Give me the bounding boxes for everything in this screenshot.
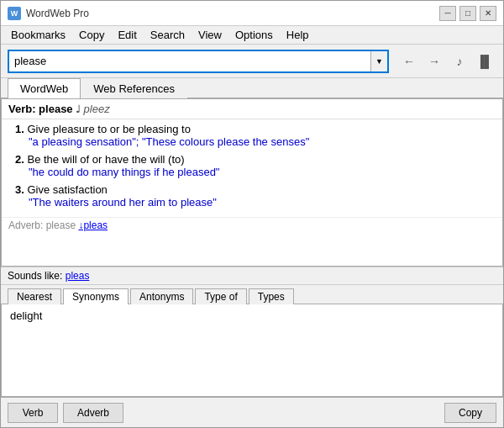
app-window: W WordWeb Pro ─ □ ✕ Bookmarks Copy Edit … xyxy=(0,0,504,428)
adverb-header-partial: Adverb: please ↓pleas xyxy=(2,217,502,233)
def-entry-1: 1. Give pleasure to or be pleasing to "a… xyxy=(15,123,496,148)
title-bar: W WordWeb Pro ─ □ ✕ xyxy=(1,1,503,26)
menu-copy[interactable]: Copy xyxy=(72,27,111,43)
menu-bar: Bookmarks Copy Edit Search View Options … xyxy=(1,26,503,45)
def-number-2: 2. xyxy=(15,153,24,166)
menu-view[interactable]: View xyxy=(192,27,228,43)
def-text-2: Be the will of or have the will (to) xyxy=(27,153,184,166)
def-word: Verb: please xyxy=(8,103,73,115)
def-number-1: 1. xyxy=(15,123,24,135)
window-title: WordWeb Pro xyxy=(26,8,439,19)
app-icon: W xyxy=(8,7,21,20)
menu-options[interactable]: Options xyxy=(228,27,280,43)
search-input[interactable] xyxy=(9,53,370,69)
def-text-1: Give pleasure to or be pleasing to xyxy=(27,123,190,135)
def-entry-3: 3. Give satisfaction "The waiters around… xyxy=(15,183,496,209)
tab-wordweb[interactable]: WordWeb xyxy=(8,78,81,98)
syn-tab-antonyms[interactable]: Antonyms xyxy=(130,288,193,304)
def-text-3: Give satisfaction xyxy=(27,183,107,196)
window-controls: ─ □ ✕ xyxy=(439,6,496,21)
definition-header: Verb: please ♩ pleez xyxy=(2,99,502,119)
status-bar: Verb Adverb Copy xyxy=(1,397,503,427)
back-button[interactable]: ← xyxy=(397,50,421,73)
audio-button[interactable]: ♪ xyxy=(448,50,471,73)
minimize-button[interactable]: ─ xyxy=(439,6,456,21)
definition-area: Verb: please ♩ pleez 1. Give pleasure to… xyxy=(1,98,503,267)
def-example-1: "a pleasing sensation"; "These colours p… xyxy=(15,135,496,148)
forward-button[interactable]: → xyxy=(423,50,446,73)
def-entry-2: 2. Be the will of or have the will (to) … xyxy=(15,153,496,178)
phonetic-text: pleez xyxy=(84,103,110,115)
synonym-content: delight xyxy=(1,304,503,397)
copy-button[interactable]: Copy xyxy=(444,403,496,423)
sounds-like-bar: Sounds like: pleas xyxy=(1,267,503,285)
main-tab-bar: WordWeb Web References xyxy=(1,78,503,98)
close-button[interactable]: ✕ xyxy=(480,6,496,21)
content-area: Verb: please ♩ pleez 1. Give pleasure to… xyxy=(1,98,503,397)
nav-buttons: ← → ♪ ▐▌ xyxy=(397,50,496,73)
def-example-3: "The waiters around her aim to please" xyxy=(15,196,496,209)
syn-tab-nearest[interactable]: Nearest xyxy=(8,288,61,304)
menu-bookmarks[interactable]: Bookmarks xyxy=(4,27,72,43)
adverb-phonetic-link[interactable]: ↓pleas xyxy=(78,219,108,231)
sounds-like-label: Sounds like: xyxy=(8,270,62,282)
synonym-word-0: delight xyxy=(10,309,42,322)
sounds-like-link[interactable]: pleas xyxy=(66,270,90,282)
syn-tab-types[interactable]: Types xyxy=(249,288,294,304)
syn-tab-synonyms[interactable]: Synonyms xyxy=(63,288,129,304)
def-number-3: 3. xyxy=(15,183,24,196)
definition-list: 1. Give pleasure to or be pleasing to "a… xyxy=(2,119,502,217)
phonetic-icon: ♩ xyxy=(76,103,83,115)
app-icon-letter: W xyxy=(11,9,18,18)
verb-button[interactable]: Verb xyxy=(8,403,58,423)
synonym-tab-bar: Nearest Synonyms Antonyms Type of Types xyxy=(1,285,503,304)
menu-search[interactable]: Search xyxy=(144,27,192,43)
tab-web-references[interactable]: Web References xyxy=(81,78,187,98)
wordbook-button[interactable]: ▐▌ xyxy=(473,50,496,73)
search-dropdown-arrow[interactable]: ▼ xyxy=(370,51,387,71)
syn-tab-type-of[interactable]: Type of xyxy=(195,288,246,304)
search-box: ▼ xyxy=(8,50,389,73)
def-example-2: "he could do many things if he pleased" xyxy=(15,166,496,178)
toolbar: ▼ ← → ♪ ▐▌ xyxy=(1,45,503,78)
menu-edit[interactable]: Edit xyxy=(111,27,143,43)
adverb-button[interactable]: Adverb xyxy=(63,403,123,423)
maximize-button[interactable]: □ xyxy=(459,6,476,21)
menu-help[interactable]: Help xyxy=(280,27,316,43)
